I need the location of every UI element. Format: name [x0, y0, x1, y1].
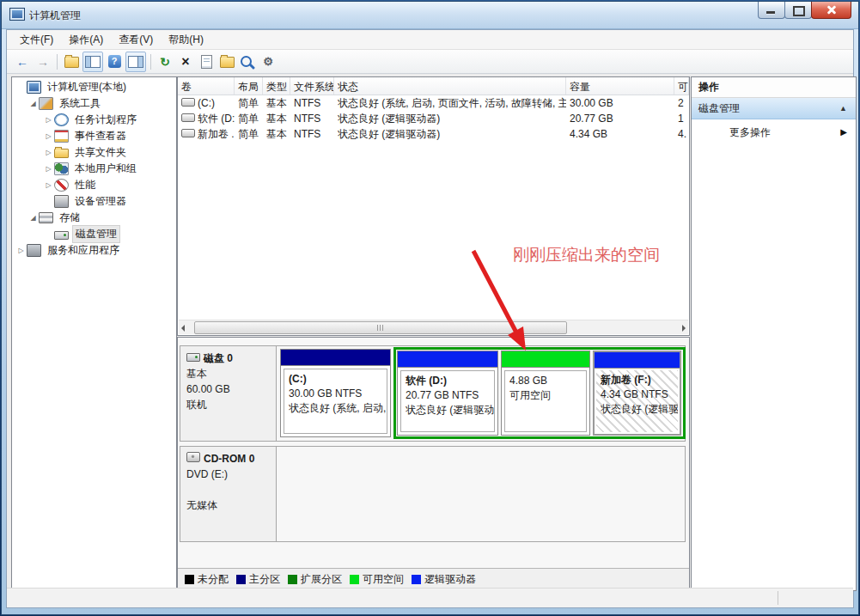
tree-item-performance[interactable]: ▷ 性能 [12, 177, 176, 193]
column-filesystem[interactable]: 文件系统 [290, 77, 334, 95]
volume-row-d[interactable]: 软件 (D:) 简单 基本 NTFS 状态良好 (逻辑驱动器) 20.77 GB… [178, 111, 689, 126]
disk0-row: 磁盘 0 基本 60.00 GB 联机 (C:) 30.00 GB NTFS 状… [180, 345, 686, 442]
volume-icon [181, 129, 195, 137]
more-actions-item[interactable]: 更多操作 ▶ [692, 119, 856, 145]
legend-extended: 扩展分区 [288, 572, 342, 587]
partition-f-colorbar [595, 352, 680, 369]
tree-item-computer-management[interactable]: 计算机管理(本地) [12, 79, 176, 95]
main-area: 计算机管理(本地) ◢ 系统工具 ▷ 任务计划程序 ▷ 事件查看器 ▷ 共享文件… [7, 74, 853, 588]
expanded-icon[interactable]: ◢ [27, 95, 39, 112]
disk-graph-view: 磁盘 0 基本 60.00 GB 联机 (C:) 30.00 GB NTFS 状… [177, 337, 690, 591]
window-content: 文件(F) 操作(A) 查看(V) 帮助(H) ← → ? ↻ × ⚙ [6, 29, 854, 608]
scrollbar-thumb[interactable] [194, 321, 567, 334]
partition-f[interactable]: 新加卷 (F:) 4.34 GB NTFS 状态良好 (逻辑驱 [593, 351, 681, 436]
volume-row-c[interactable]: (C:) 简单 基本 NTFS 状态良好 (系统, 启动, 页面文件, 活动, … [178, 95, 689, 111]
settings-button[interactable]: ⚙ [259, 52, 278, 71]
partition-d[interactable]: 软件 (D:) 20.77 GB NTFS 状态良好 (逻辑驱动 [397, 351, 498, 436]
device-manager-icon [54, 195, 69, 208]
legend-free-space: 可用空间 [350, 572, 404, 587]
show-action-pane-button[interactable] [125, 52, 146, 72]
tree-item-shared-folders[interactable]: ▷ 共享文件夹 [12, 144, 176, 161]
column-type[interactable]: 类型 [263, 77, 290, 95]
free-space-block[interactable]: 4.88 GB 可用空间 [501, 351, 590, 436]
restore-button[interactable] [784, 2, 812, 19]
column-layout[interactable]: 布局 [235, 77, 263, 95]
collapsed-icon[interactable]: ▷ [43, 161, 54, 177]
clock-icon [54, 113, 69, 126]
volume-row-f[interactable]: 新加卷 ... 简单 基本 NTFS 状态良好 (逻辑驱动器) 4.34 GB … [178, 126, 689, 142]
back-button[interactable]: ← [13, 52, 32, 71]
action-pane-icon [128, 56, 143, 68]
refresh-button[interactable]: ↻ [156, 52, 174, 71]
window-title: 计算机管理 [29, 9, 81, 23]
partition-c-colorbar [281, 350, 390, 366]
column-free[interactable]: 可 [674, 77, 689, 95]
collapsed-icon[interactable]: ▷ [43, 128, 54, 144]
toolbar: ← → ? ↻ × ⚙ [7, 50, 853, 74]
extended-partition-group: 软件 (D:) 20.77 GB NTFS 状态良好 (逻辑驱动 4.88 GB… [393, 347, 686, 439]
legend-unallocated: 未分配 [185, 572, 229, 587]
collapsed-icon[interactable]: ▷ [43, 177, 54, 193]
tree-item-system-tools[interactable]: ◢ 系统工具 [12, 95, 176, 112]
tree-item-services-applications[interactable]: ▷ 服务和应用程序 [12, 242, 176, 259]
tree-item-local-users-groups[interactable]: ▷ 本地用户和组 [12, 161, 176, 177]
help-button[interactable]: ? [105, 52, 124, 71]
tree-item-storage[interactable]: ◢ 存储 [12, 210, 176, 226]
menu-action[interactable]: 操作(A) [61, 30, 111, 50]
expanded-icon[interactable]: ◢ [27, 210, 39, 226]
cdrom-info[interactable]: CD-ROM 0 DVD (E:) 无媒体 [180, 447, 277, 541]
legend-swatch [185, 575, 194, 584]
scroll-left-arrow[interactable] [179, 321, 192, 333]
status-bar [7, 588, 853, 607]
submenu-arrow-icon: ▶ [840, 119, 847, 145]
properties-icon [201, 55, 212, 69]
menu-help[interactable]: 帮助(H) [161, 30, 211, 50]
cdrom-row: CD-ROM 0 DVD (E:) 无媒体 [180, 446, 686, 542]
volume-list-header: 卷 布局 类型 文件系统 状态 容量 可 [178, 77, 689, 95]
collapsed-icon[interactable]: ▷ [43, 144, 54, 161]
column-volume[interactable]: 卷 [178, 77, 235, 95]
open-button[interactable] [217, 52, 236, 71]
users-icon [54, 162, 69, 175]
show-console-tree-button[interactable] [82, 52, 103, 72]
collapsed-icon[interactable]: ▷ [15, 242, 27, 259]
actions-section-disk-management[interactable]: 磁盘管理 ▲ [692, 98, 856, 119]
help-icon: ? [108, 55, 121, 68]
forward-icon: → [37, 55, 49, 69]
legend-swatch [350, 575, 359, 584]
menu-view[interactable]: 查看(V) [111, 30, 161, 50]
title-bar[interactable]: 计算机管理 [2, 2, 858, 29]
minimize-icon [766, 11, 775, 14]
partition-c[interactable]: (C:) 30.00 GB NTFS 状态良好 (系统, 启动, [280, 349, 391, 437]
minimize-button[interactable] [758, 2, 785, 19]
disk0-info[interactable]: 磁盘 0 基本 60.00 GB 联机 [180, 346, 277, 441]
properties-button[interactable] [197, 52, 216, 71]
toolbar-separator [57, 54, 58, 70]
forward-button[interactable]: → [34, 52, 52, 71]
open-folder-icon [220, 57, 235, 68]
scroll-right-arrow[interactable] [674, 321, 688, 333]
collapse-icon[interactable]: ▲ [839, 98, 847, 119]
close-button[interactable] [811, 2, 851, 19]
cdrom-icon [186, 452, 200, 462]
tree-item-disk-management[interactable]: 磁盘管理 [12, 226, 176, 242]
tree-item-event-viewer[interactable]: ▷ 事件查看器 [12, 128, 176, 144]
volume-icon [181, 113, 195, 122]
column-status[interactable]: 状态 [334, 77, 566, 95]
tree-item-task-scheduler[interactable]: ▷ 任务计划程序 [12, 112, 176, 128]
export-list-button[interactable] [62, 52, 81, 71]
collapsed-icon[interactable]: ▷ [43, 112, 54, 128]
menu-file[interactable]: 文件(F) [12, 30, 61, 50]
legend-swatch [412, 575, 421, 584]
delete-button[interactable]: × [176, 52, 195, 71]
console-tree-pane-icon [85, 56, 101, 68]
actions-pane: 操作 磁盘管理 ▲ 更多操作 ▶ [691, 76, 857, 591]
horizontal-scrollbar[interactable] [179, 320, 688, 334]
export-folder-icon [64, 57, 79, 68]
column-capacity[interactable]: 容量 [566, 77, 674, 95]
search-icon [241, 56, 252, 67]
find-button[interactable] [238, 52, 257, 71]
volume-list: 卷 布局 类型 文件系统 状态 容量 可 (C:) 简单 基本 NTFS 状态良… [177, 76, 690, 336]
tree-item-device-manager[interactable]: 设备管理器 [12, 193, 176, 210]
storage-icon [39, 212, 53, 223]
